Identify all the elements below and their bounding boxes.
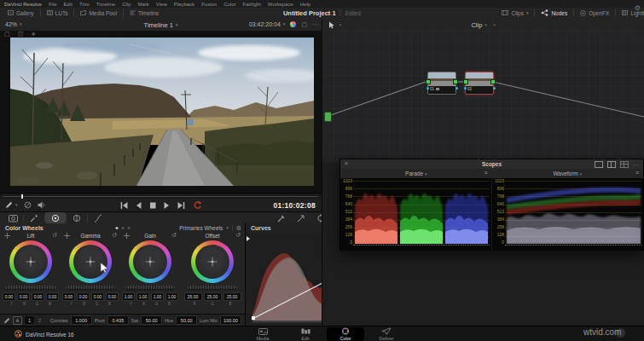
- enhance-icon[interactable]: ∗: [31, 31, 36, 38]
- key-output-port[interactable]: [455, 87, 458, 90]
- deliver-page-button[interactable]: Deliver: [368, 327, 405, 341]
- menu-playback[interactable]: Playback: [174, 2, 194, 7]
- menu-view[interactable]: View: [156, 2, 167, 7]
- waveform-mode-select[interactable]: Waveform ▾: [492, 170, 644, 176]
- stop-button[interactable]: [148, 201, 156, 210]
- gamma-master-wheel[interactable]: [66, 286, 115, 290]
- reset-icon[interactable]: ↺: [112, 232, 117, 239]
- timeline-button[interactable]: Timeline: [124, 8, 165, 18]
- gear-icon[interactable]: ⚙: [635, 4, 641, 12]
- single-scope-layout-icon[interactable]: [595, 161, 603, 168]
- menu-timeline[interactable]: Timeline: [96, 2, 115, 7]
- value-box[interactable]: 0.00: [17, 292, 30, 301]
- expand-icon[interactable]: ▢: [301, 21, 307, 27]
- menu-color[interactable]: Color: [223, 2, 235, 7]
- loop-button[interactable]: [192, 201, 202, 210]
- value-box[interactable]: 0.00: [62, 292, 75, 301]
- gallery-button[interactable]: Gallery: [2, 8, 40, 18]
- viewer-timecode[interactable]: 03:42:20:04 ▾: [249, 21, 286, 27]
- annotation-tool-button[interactable]: ▾: [5, 201, 18, 209]
- menu-fusion[interactable]: Fusion: [201, 2, 217, 7]
- select-tool-icon[interactable]: [328, 21, 335, 29]
- color-viewer-icon[interactable]: [290, 21, 296, 27]
- media-pool-button[interactable]: Media Pool: [74, 8, 123, 18]
- key-input-port[interactable]: [464, 87, 467, 90]
- hdr-palette-button[interactable]: [67, 212, 87, 223]
- bypass-grade-icon[interactable]: [24, 201, 32, 209]
- grade-pen-icon[interactable]: [3, 317, 10, 324]
- skip-start-button[interactable]: [119, 201, 128, 210]
- value-box[interactable]: 25.00: [223, 292, 241, 301]
- grab-tool-icon[interactable]: •: [339, 22, 341, 27]
- menu-file[interactable]: File: [49, 2, 57, 7]
- menu-edit[interactable]: Edit: [64, 2, 73, 7]
- viewer-zoom-select[interactable]: 42% ▾: [5, 21, 22, 27]
- corrector-node-01[interactable]: 01: [427, 72, 456, 95]
- hue-value[interactable]: 50.00: [176, 315, 197, 325]
- wheels-mode-select[interactable]: Primaries Wheels: [179, 225, 223, 231]
- gain-color-wheel[interactable]: [129, 240, 171, 283]
- skip-end-button[interactable]: [177, 201, 185, 210]
- color-page-button[interactable]: Color: [327, 327, 364, 341]
- value-box[interactable]: 0.00: [3, 292, 15, 301]
- value-box[interactable]: 1.00: [165, 292, 178, 301]
- dual-scope-layout-icon[interactable]: [607, 161, 616, 168]
- nodes-button[interactable]: Nodes: [535, 8, 573, 18]
- node-view-select[interactable]: Clip ▾ •: [471, 21, 495, 29]
- rgb-input-port[interactable]: [463, 79, 468, 84]
- menu-fairlight[interactable]: Fairlight: [242, 2, 260, 7]
- color-match-palette-button[interactable]: [24, 212, 44, 223]
- value-box[interactable]: 0.00: [77, 292, 90, 301]
- gain-master-wheel[interactable]: [125, 286, 175, 290]
- camera-raw-palette-button[interactable]: [3, 212, 23, 223]
- parade-mode-select[interactable]: Parade ▾: [340, 170, 492, 176]
- value-box[interactable]: 0.00: [91, 292, 104, 301]
- menu-mark[interactable]: Mark: [138, 2, 149, 7]
- auto-badge-icon[interactable]: A: [13, 316, 22, 325]
- image-mode-icon[interactable]: ▢: [4, 31, 10, 38]
- rgb-input-port[interactable]: [426, 79, 431, 84]
- key-output-port[interactable]: [493, 87, 496, 90]
- menu-app[interactable]: DaVinci Resolve: [4, 2, 42, 7]
- value-box[interactable]: 1.00: [122, 292, 135, 301]
- value-box[interactable]: 25.00: [184, 292, 202, 301]
- qualifier-tool-icon[interactable]: [277, 214, 286, 223]
- quad-scope-layout-icon[interactable]: [620, 161, 629, 168]
- viewer-image[interactable]: [10, 38, 314, 186]
- picker-tool-icon[interactable]: [297, 214, 305, 223]
- timeline-select[interactable]: Timeline 1 ▾: [144, 21, 178, 29]
- offset-color-wheel[interactable]: [191, 240, 234, 283]
- source-node[interactable]: [324, 112, 332, 122]
- value-box[interactable]: 0.00: [32, 292, 44, 301]
- step-forward-button[interactable]: [163, 201, 170, 210]
- menu-clip[interactable]: Clip: [122, 2, 131, 7]
- node-editor[interactable]: 01 02: [322, 31, 644, 162]
- split-compare-icon[interactable]: ◫: [18, 31, 24, 38]
- page-dots[interactable]: [115, 227, 130, 229]
- motion-effects-palette-button[interactable]: [88, 212, 108, 223]
- gear-icon[interactable]: ⚙: [236, 225, 241, 231]
- menu-workspace[interactable]: Workspace: [268, 2, 293, 7]
- reset-icon[interactable]: ↺: [235, 232, 241, 239]
- contrast-value[interactable]: 1.000: [71, 315, 92, 325]
- menu-help[interactable]: Help: [300, 2, 310, 7]
- step-back-button[interactable]: [135, 201, 142, 210]
- more-options-icon[interactable]: ⋯: [633, 162, 639, 168]
- openfx-button[interactable]: OpenFX: [574, 8, 615, 18]
- scope-settings-icon[interactable]: ≡: [484, 170, 487, 176]
- offset-master-wheel[interactable]: [188, 286, 237, 290]
- luts-button[interactable]: LUTs: [41, 8, 74, 18]
- menu-trim[interactable]: Trim: [79, 2, 90, 7]
- color-wheels-palette-button[interactable]: [45, 212, 66, 223]
- reset-icon[interactable]: ↺: [171, 232, 177, 239]
- rgb-output-port[interactable]: [490, 79, 496, 84]
- scope-settings-icon[interactable]: ≡: [635, 170, 639, 176]
- params-page-2[interactable]: 2: [37, 318, 43, 323]
- lift-color-wheel[interactable]: [9, 240, 52, 283]
- pivot-value[interactable]: 0.435: [107, 315, 129, 325]
- lift-master-wheel[interactable]: [6, 286, 55, 290]
- clips-button[interactable]: Clips ▾: [496, 8, 534, 18]
- value-box[interactable]: 0.00: [106, 292, 119, 301]
- sat-value[interactable]: 50.00: [141, 315, 162, 325]
- value-box[interactable]: 1.00: [136, 292, 149, 301]
